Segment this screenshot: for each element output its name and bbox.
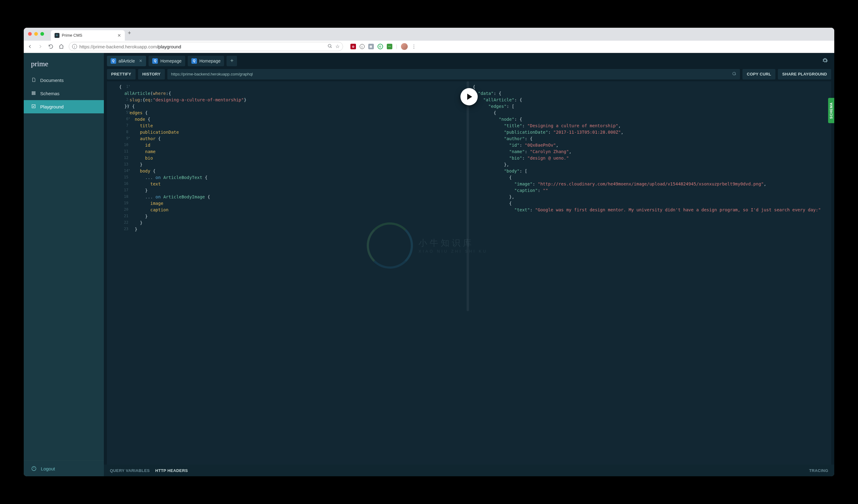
add-query-tab-button[interactable]: + xyxy=(226,56,237,66)
history-button[interactable]: HISTORY xyxy=(138,69,165,80)
close-query-tab-button[interactable]: ✕ xyxy=(139,59,142,63)
extensions-area: ◎ i ▤ G ⋯ | ⋮ xyxy=(350,43,416,50)
scrollbar[interactable] xyxy=(466,81,469,311)
close-window-button[interactable] xyxy=(28,32,32,36)
sidebar-item-documents[interactable]: Documents xyxy=(24,74,104,87)
svg-rect-4 xyxy=(32,105,35,108)
extension-info-icon[interactable]: i xyxy=(360,44,365,49)
browser-tab-title: Prime CMS xyxy=(62,33,115,37)
url-display: https://prime-backend.herokuapp.com/play… xyxy=(80,44,325,49)
grammarly-extension-icon[interactable]: G xyxy=(378,44,383,49)
schema-sidebar-toggle[interactable]: SCHEMA xyxy=(828,98,834,123)
query-tab-label: Homepage xyxy=(160,59,181,63)
endpoint-input[interactable]: https://prime-backend.herokuapp.com/grap… xyxy=(168,69,740,80)
site-info-icon[interactable]: i xyxy=(72,44,77,49)
browser-toolbar: i https://prime-backend.herokuapp.com/pl… xyxy=(24,40,835,53)
app-shell: prime Documents Schemas Playground Logou… xyxy=(24,53,835,476)
sidebar-item-playground[interactable]: Playground xyxy=(24,100,104,113)
reload-button[interactable] xyxy=(48,44,54,50)
brand-logo: prime xyxy=(24,53,104,74)
query-tabbar: Q allArticle ✕ Q Homepage Q Homepage + xyxy=(104,53,835,69)
query-type-badge: Q xyxy=(191,58,197,64)
share-playground-button[interactable]: SHARE PLAYGROUND xyxy=(778,69,831,80)
bookmark-button[interactable]: ☆ xyxy=(335,44,340,50)
window-controls xyxy=(28,32,44,36)
sidebar-item-schemas[interactable]: Schemas xyxy=(24,87,104,100)
http-headers-tab[interactable]: HTTP HEADERS xyxy=(155,468,188,473)
tracing-tab[interactable]: TRACING xyxy=(809,468,828,473)
logout-icon xyxy=(31,466,37,471)
reload-schema-button[interactable] xyxy=(732,71,736,77)
query-tab-label: allArticle xyxy=(118,59,135,63)
svg-rect-2 xyxy=(32,93,35,93)
svg-rect-3 xyxy=(32,94,35,95)
playground-icon xyxy=(31,104,36,110)
query-tab-label: Homepage xyxy=(200,59,221,63)
back-button[interactable] xyxy=(27,44,33,50)
home-button[interactable] xyxy=(58,44,64,50)
copy-curl-button[interactable]: COPY CURL xyxy=(743,69,775,80)
svg-point-0 xyxy=(328,44,331,47)
maximize-window-button[interactable] xyxy=(41,32,44,36)
query-type-badge: Q xyxy=(152,58,158,64)
omnibox-search-icon[interactable] xyxy=(327,44,332,50)
close-tab-button[interactable]: ✕ xyxy=(117,33,121,38)
query-type-badge: Q xyxy=(111,58,116,64)
query-tab[interactable]: Q allArticle ✕ xyxy=(107,56,146,66)
new-tab-button[interactable]: + xyxy=(128,30,131,36)
query-tab[interactable]: Q Homepage xyxy=(148,56,185,66)
browser-tab[interactable]: ⚛ Prime CMS ✕ xyxy=(51,30,125,40)
browser-window: ⚛ Prime CMS ✕ + i https://prime-backend.… xyxy=(24,28,835,476)
profile-avatar[interactable] xyxy=(401,43,408,50)
editor-footer: QUERY VARIABLES HTTP HEADERS TRACING xyxy=(104,465,835,476)
settings-button[interactable] xyxy=(822,57,828,65)
sidebar-item-label: Playground xyxy=(41,104,64,109)
sidebar-item-label: Schemas xyxy=(41,91,60,96)
response-viewer[interactable]: { "data": { "allArticle": { "edges": [ {… xyxy=(469,81,831,465)
favicon-icon: ⚛ xyxy=(54,33,60,38)
schema-icon xyxy=(31,91,36,96)
query-editor[interactable]: 1▾{2 allArticle(where:{3 slug:{eq:"desig… xyxy=(107,81,469,465)
address-bar[interactable]: i https://prime-backend.herokuapp.com/pl… xyxy=(69,42,343,51)
minimize-window-button[interactable] xyxy=(34,32,38,36)
prettify-button[interactable]: PRETTIFY xyxy=(107,69,136,80)
extension-badge-icon[interactable]: ▤ xyxy=(368,44,374,49)
ublock-extension-icon[interactable]: ◎ xyxy=(350,44,356,49)
forward-button[interactable] xyxy=(37,44,44,50)
logout-button[interactable]: Logout xyxy=(24,460,104,476)
query-tab[interactable]: Q Homepage xyxy=(188,56,224,66)
editor-toolbar: PRETTIFY HISTORY https://prime-backend.h… xyxy=(104,69,835,80)
playground-main: Q allArticle ✕ Q Homepage Q Homepage + P… xyxy=(104,53,835,476)
query-variables-tab[interactable]: QUERY VARIABLES xyxy=(110,468,150,473)
execute-button[interactable] xyxy=(460,88,478,105)
logout-label: Logout xyxy=(41,466,55,471)
endpoint-url: https://prime-backend.herokuapp.com/grap… xyxy=(171,72,253,77)
browser-titlebar: ⚛ Prime CMS ✕ + xyxy=(24,28,835,40)
svg-rect-1 xyxy=(32,92,35,92)
cors-extension-icon[interactable]: ⋯ xyxy=(387,44,392,49)
editor-panes: 1▾{2 allArticle(where:{3 slug:{eq:"desig… xyxy=(107,81,831,465)
document-icon xyxy=(31,77,36,83)
sidebar-item-label: Documents xyxy=(41,78,64,83)
browser-menu-button[interactable]: ⋮ xyxy=(411,44,416,50)
sidebar: prime Documents Schemas Playground Logou… xyxy=(24,53,104,476)
